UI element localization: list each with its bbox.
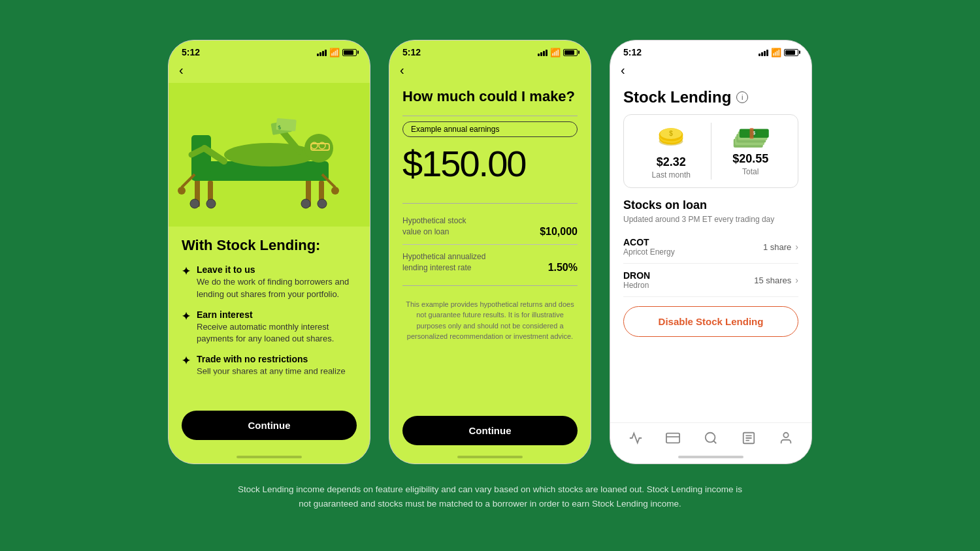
stock-row-2[interactable]: DRON Hedron 15 shares › bbox=[623, 264, 798, 297]
home-indicator-2 bbox=[389, 450, 591, 464]
svg-text:$: $ bbox=[669, 130, 673, 137]
svg-point-22 bbox=[190, 199, 199, 208]
phone3-content: Stock Lending i $ $2.32 Last mo bbox=[610, 83, 811, 422]
phone2-content: How much could I make? Example annual ea… bbox=[389, 83, 591, 450]
svg-rect-40 bbox=[666, 433, 679, 443]
feature-item-3: ✦ Trade with no restrictions Sell your s… bbox=[182, 354, 357, 377]
stock-shares-2: 15 shares › bbox=[754, 275, 798, 285]
feature-item-1: ✦ Leave it to us We do the work of findi… bbox=[182, 264, 357, 300]
chevron-right-1: › bbox=[795, 242, 798, 252]
input-row-1: Hypothetical stockvalue on loan $10,000 bbox=[402, 209, 578, 245]
stock-name-2: Hedron bbox=[623, 281, 650, 290]
feature-desc-3: Sell your shares at any time and realize bbox=[197, 366, 346, 377]
back-button-3[interactable]: ‹ bbox=[610, 60, 811, 83]
svg-point-25 bbox=[301, 199, 310, 208]
page-title-3: Stock Lending bbox=[623, 88, 731, 106]
home-bar-2 bbox=[457, 456, 523, 458]
wifi-icon: 📶 bbox=[329, 48, 340, 57]
svg-point-24 bbox=[206, 199, 216, 208]
status-icons-2: 📶 bbox=[538, 48, 578, 57]
nav-profile[interactable] bbox=[773, 428, 799, 448]
stocks-section-subtitle: Updated around 3 PM ET every trading day bbox=[623, 215, 798, 224]
stocks-section-title: Stocks on loan bbox=[623, 198, 798, 212]
stock-info-1: ACOT Apricot Energy bbox=[623, 237, 675, 257]
feature-desc-1: We do the work of finding borrowers and … bbox=[197, 276, 357, 300]
svg-point-7 bbox=[224, 143, 316, 166]
feature-arrow-3: ✦ bbox=[182, 354, 190, 367]
wifi-icon-2: 📶 bbox=[550, 48, 561, 57]
stock-ticker-2: DRON bbox=[623, 270, 650, 281]
phone1-content: With Stock Lending: ✦ Leave it to us We … bbox=[169, 227, 370, 450]
earning-amount-2: $20.55 bbox=[732, 152, 768, 166]
phone3: 5:12 📶 ‹ Stock Lending i bbox=[610, 40, 812, 464]
time-1: 5:12 bbox=[182, 47, 200, 57]
coin-icon: $ bbox=[655, 123, 687, 155]
continue-button-2[interactable]: Continue bbox=[402, 416, 578, 445]
svg-point-21 bbox=[331, 187, 339, 195]
battery-icon-3 bbox=[784, 49, 798, 56]
signal-icon-2 bbox=[538, 48, 547, 56]
svg-rect-39 bbox=[749, 128, 753, 139]
stock-shares-1: 1 share › bbox=[763, 242, 798, 252]
input-row-2: Hypothetical annualizedlending interest … bbox=[402, 245, 578, 280]
input-value-2[interactable]: 1.50% bbox=[548, 262, 578, 274]
info-icon[interactable]: i bbox=[736, 91, 748, 103]
signal-icon-3 bbox=[759, 48, 768, 56]
svg-point-23 bbox=[318, 199, 327, 208]
nav-card[interactable] bbox=[660, 428, 686, 448]
footer-text: Stock Lending income depends on feature … bbox=[235, 482, 745, 511]
divider-mid-2 bbox=[402, 203, 578, 204]
wifi-icon-3: 📶 bbox=[771, 48, 781, 57]
signal-icon bbox=[317, 48, 327, 56]
stock-info-2: DRON Hedron bbox=[623, 270, 650, 290]
feature-title-3: Trade with no restrictions bbox=[197, 354, 346, 364]
input-label-1: Hypothetical stockvalue on loan bbox=[402, 215, 466, 238]
feature-list: ✦ Leave it to us We do the work of findi… bbox=[182, 264, 357, 403]
page-title-row: Stock Lending i bbox=[623, 88, 798, 106]
time-2: 5:12 bbox=[402, 47, 421, 57]
divider-bottom-2 bbox=[402, 285, 578, 286]
earning-last-month: $ $2.32 Last month bbox=[632, 123, 711, 180]
earning-label-2: Total bbox=[742, 167, 759, 176]
battery-icon-2 bbox=[563, 49, 578, 56]
phone1-title: With Stock Lending: bbox=[182, 237, 357, 254]
feature-arrow-2: ✦ bbox=[182, 310, 190, 323]
svg-line-43 bbox=[713, 441, 716, 444]
back-button-1[interactable]: ‹ bbox=[169, 60, 370, 83]
back-button-2[interactable]: ‹ bbox=[389, 60, 591, 83]
home-bar-3 bbox=[678, 456, 743, 458]
screen-title-2: How much could I make? bbox=[402, 88, 578, 105]
stock-row-1[interactable]: ACOT Apricot Energy 1 share › bbox=[623, 230, 798, 264]
status-icons-3: 📶 bbox=[759, 48, 798, 57]
chevron-right-2: › bbox=[795, 275, 798, 285]
money-stack-icon: $ bbox=[731, 123, 770, 152]
stock-ticker-1: ACOT bbox=[623, 237, 675, 247]
time-3: 5:12 bbox=[623, 47, 642, 57]
stock-name-1: Apricot Energy bbox=[623, 247, 675, 257]
disable-stock-lending-button[interactable]: Disable Stock Lending bbox=[623, 306, 798, 337]
feature-desc-2: Receive automatic monthly interest payme… bbox=[197, 321, 357, 345]
feature-arrow-1: ✦ bbox=[182, 265, 190, 277]
divider-top-2 bbox=[402, 116, 578, 116]
feature-title-2: Earn interest bbox=[197, 309, 357, 320]
earning-label-1: Last month bbox=[652, 170, 691, 180]
earnings-card: $ $2.32 Last month $ bbox=[623, 114, 798, 188]
hero-illustration: $ bbox=[169, 83, 370, 227]
nav-search[interactable] bbox=[698, 428, 724, 448]
earning-total: $ $20.55 Total bbox=[711, 123, 791, 180]
svg-point-20 bbox=[178, 187, 186, 195]
svg-point-48 bbox=[784, 433, 789, 437]
nav-chart[interactable] bbox=[623, 428, 649, 448]
disclaimer-text: This example provides hypothetical retur… bbox=[402, 299, 578, 409]
nav-news[interactable] bbox=[736, 428, 762, 448]
input-value-1[interactable]: $10,000 bbox=[540, 226, 578, 238]
earning-amount-1: $2.32 bbox=[657, 155, 686, 169]
feature-text-1: Leave it to us We do the work of finding… bbox=[197, 264, 357, 300]
status-bar-3: 5:12 📶 bbox=[610, 40, 811, 60]
phone2: 5:12 📶 ‹ How much could I make? Example … bbox=[389, 40, 591, 464]
feature-title-1: Leave it to us bbox=[197, 264, 357, 275]
home-indicator-1 bbox=[169, 450, 370, 464]
phone1: 5:12 📶 ‹ bbox=[168, 40, 370, 464]
continue-button-1[interactable]: Continue bbox=[182, 411, 357, 440]
earnings-badge: Example annual earnings bbox=[402, 121, 578, 137]
